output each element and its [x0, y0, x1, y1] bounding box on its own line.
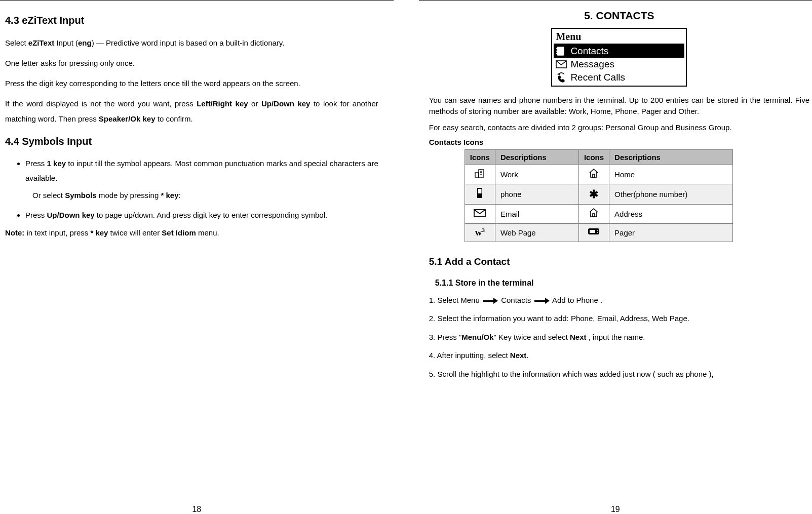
list-item: Press Up/Down key to page up/down. And p… — [25, 208, 378, 223]
para-4-3-1: Select eZiText Input (eng) — Predictive … — [5, 35, 378, 51]
address-icon — [578, 205, 609, 224]
text: Press — [25, 211, 47, 219]
text-bold: 1 key — [47, 159, 66, 168]
heading-4-3: 4.3 eZiText Input — [5, 15, 378, 26]
text: Or select — [32, 191, 65, 200]
text-bold: * key — [90, 228, 108, 237]
phone-menu-screenshot: Menu Contacts Messages — [551, 28, 687, 87]
table-header-row: Icons Descriptions Icons Descriptions — [465, 150, 732, 165]
text-bold: Left/Right key — [197, 99, 248, 108]
text: to confirm. — [156, 114, 193, 123]
table-heading: Contacts Icons — [429, 138, 809, 146]
phone-menu-item-contacts: Contacts — [554, 45, 684, 58]
svg-rect-15 — [593, 214, 595, 217]
page-number: 19 — [419, 505, 812, 514]
text-bold: * key — [161, 191, 178, 200]
text: twice will enter — [108, 228, 162, 237]
text: Add to Phone . — [552, 296, 602, 304]
phone-icon — [465, 184, 495, 205]
text-bold: Symbols — [65, 191, 97, 200]
table-row: Email Address — [465, 205, 732, 224]
email-icon — [465, 205, 495, 224]
text: Contacts — [501, 296, 531, 304]
bullet-list-4-4: Press 1 key to input till the symbol app… — [25, 156, 378, 222]
table-row: Work Home — [465, 165, 732, 184]
recent-calls-icon — [555, 72, 567, 83]
text: Select — [5, 38, 28, 47]
list-item: Press 1 key to input till the symbol app… — [25, 156, 378, 203]
td-desc: Address — [609, 205, 733, 224]
para-note: Note: in text input, press * key twice w… — [5, 227, 378, 239]
para-4-3-4: If the word displayed is not the word yo… — [5, 96, 378, 127]
para-4-3-2: One letter asks for pressing only once. — [5, 56, 378, 71]
heading-chapter-5: 5. CONTACTS — [429, 10, 809, 22]
svg-rect-13 — [478, 189, 482, 193]
pager-icon — [578, 224, 609, 242]
phone-menu-label: Contacts — [570, 46, 608, 57]
td-desc: Pager — [609, 224, 733, 242]
text: mode by pressing — [97, 191, 161, 200]
text-bold: eZiText — [28, 38, 54, 47]
svg-point-18 — [597, 230, 598, 231]
step-5: 5. Scroll the highlight to the informati… — [429, 369, 809, 380]
para-intro-1: You can save names and phone numbers in … — [429, 95, 809, 117]
td-desc: Work — [495, 165, 578, 184]
svg-rect-17 — [590, 230, 595, 233]
text: 4. After inputting, select — [429, 351, 510, 360]
work-icon — [465, 165, 495, 184]
text: or — [248, 99, 261, 108]
svg-point-19 — [597, 232, 598, 233]
svg-rect-11 — [593, 174, 595, 177]
text: , input the name. — [587, 333, 645, 341]
text-bold: Up/Down key — [47, 211, 95, 219]
th-descriptions: Descriptions — [495, 150, 578, 165]
web-page-icon: w3 — [465, 224, 495, 242]
svg-rect-6 — [475, 173, 479, 177]
heading-5-1: 5.1 Add a Contact — [429, 256, 809, 267]
contacts-icons-table: Icons Descriptions Icons Descriptions Wo… — [465, 149, 733, 242]
text-bold: eng — [78, 38, 92, 47]
text: 1. Select Menu — [429, 296, 480, 304]
step-4: 4. After inputting, select Next. — [429, 350, 809, 362]
text-bold: Menu/Ok — [461, 333, 493, 341]
td-desc: Other(phone number) — [609, 184, 733, 205]
heading-4-4: 4.4 Symbols Input — [5, 136, 378, 147]
heading-5-1-1: 5.1.1 Store in the terminal — [435, 279, 809, 288]
para-4-3-3: Press the digit key corresponding to the… — [5, 76, 378, 91]
home-icon — [578, 165, 609, 184]
phone-menu-label: Recent Calls — [570, 72, 625, 83]
page-left: 4.3 eZiText Input Select eZiText Input (… — [0, 0, 394, 514]
phone-menu-label: Messages — [570, 59, 614, 70]
text: If the word displayed is not the word yo… — [5, 99, 197, 108]
step-2: 2. Select the information you want to ad… — [429, 313, 809, 325]
step-3: 3. Press "Menu/Ok" Key twice and select … — [429, 332, 809, 343]
text-bold: Speaker/Ok key — [99, 114, 156, 123]
text: Input ( — [54, 38, 78, 47]
text: in text input, press — [24, 228, 90, 237]
text: Press — [25, 159, 47, 168]
text: ) — Predictive word input is based on a … — [92, 38, 285, 47]
para-intro-2: For easy search, contacts are divided in… — [429, 122, 809, 133]
svg-rect-7 — [479, 170, 484, 177]
th-icons: Icons — [578, 150, 609, 165]
step-1: 1. Select Menu Contacts Add to Phone . — [429, 295, 809, 306]
td-desc: phone — [495, 184, 578, 205]
table-row: w3 Web Page Pager — [465, 224, 732, 242]
text: to input till the symbol appears. Most c… — [25, 159, 378, 182]
td-desc: Home — [609, 165, 733, 184]
page-number: 18 — [0, 505, 394, 514]
th-descriptions: Descriptions — [609, 150, 733, 165]
td-desc: Email — [495, 205, 578, 224]
text: " Key twice and select — [494, 333, 570, 341]
text: : — [179, 191, 181, 200]
text-bold: Set Idiom — [162, 228, 196, 237]
text: . — [526, 351, 528, 360]
text-bold: Note: — [5, 228, 24, 237]
text-bold: Up/Down key — [261, 99, 311, 108]
contacts-icon — [555, 46, 567, 57]
table-row: phone ✱ Other(phone number) — [465, 184, 732, 205]
envelope-icon — [555, 59, 567, 70]
svg-point-4 — [560, 49, 562, 52]
text: 3. Press " — [429, 333, 462, 341]
list-item-sub: Or select Symbols mode by pressing * key… — [32, 188, 378, 203]
